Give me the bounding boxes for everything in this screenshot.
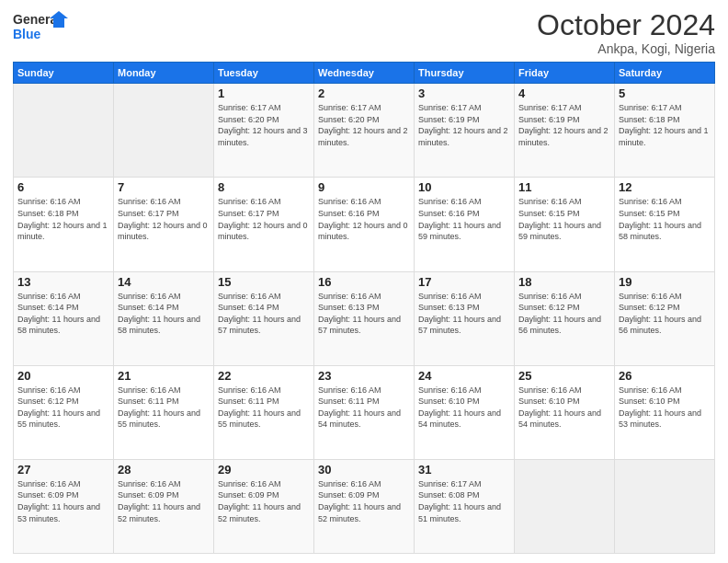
day-number: 21	[118, 369, 210, 383]
day-info: Sunrise: 6:16 AM Sunset: 6:18 PM Dayligh…	[17, 196, 109, 242]
day-info: Sunrise: 6:16 AM Sunset: 6:15 PM Dayligh…	[619, 196, 711, 242]
day-header-tuesday: Tuesday	[214, 63, 314, 84]
day-number: 12	[619, 180, 711, 194]
day-info: Sunrise: 6:16 AM Sunset: 6:14 PM Dayligh…	[17, 291, 109, 337]
day-header-friday: Friday	[515, 63, 615, 84]
day-cell	[615, 459, 715, 553]
day-cell: 3Sunrise: 6:17 AM Sunset: 6:19 PM Daylig…	[415, 84, 515, 178]
day-info: Sunrise: 6:16 AM Sunset: 6:09 PM Dayligh…	[318, 478, 410, 524]
day-info: Sunrise: 6:17 AM Sunset: 6:20 PM Dayligh…	[318, 102, 410, 148]
day-header-sunday: Sunday	[14, 63, 114, 84]
day-info: Sunrise: 6:17 AM Sunset: 6:08 PM Dayligh…	[418, 478, 510, 524]
day-cell: 30Sunrise: 6:16 AM Sunset: 6:09 PM Dayli…	[314, 459, 415, 553]
day-number: 26	[619, 369, 711, 383]
logo-svg: GeneralBlue	[13, 9, 68, 46]
day-info: Sunrise: 6:17 AM Sunset: 6:19 PM Dayligh…	[518, 102, 610, 148]
day-number: 27	[17, 463, 109, 477]
week-row-5: 27Sunrise: 6:16 AM Sunset: 6:09 PM Dayli…	[14, 459, 715, 553]
day-cell: 18Sunrise: 6:16 AM Sunset: 6:12 PM Dayli…	[515, 271, 615, 365]
day-info: Sunrise: 6:16 AM Sunset: 6:10 PM Dayligh…	[518, 385, 610, 431]
day-cell: 9Sunrise: 6:16 AM Sunset: 6:16 PM Daylig…	[314, 178, 415, 271]
month-title: October 2024	[537, 9, 715, 41]
day-cell: 22Sunrise: 6:16 AM Sunset: 6:11 PM Dayli…	[214, 365, 314, 459]
day-number: 7	[118, 180, 210, 194]
day-cell: 26Sunrise: 6:16 AM Sunset: 6:10 PM Dayli…	[615, 365, 715, 459]
calendar: SundayMondayTuesdayWednesdayThursdayFrid…	[13, 62, 715, 554]
day-info: Sunrise: 6:16 AM Sunset: 6:09 PM Dayligh…	[218, 478, 310, 524]
day-number: 28	[118, 463, 210, 477]
day-cell: 1Sunrise: 6:17 AM Sunset: 6:20 PM Daylig…	[214, 84, 314, 178]
logo: GeneralBlue	[13, 9, 68, 46]
day-info: Sunrise: 6:16 AM Sunset: 6:12 PM Dayligh…	[518, 291, 610, 337]
day-cell: 8Sunrise: 6:16 AM Sunset: 6:17 PM Daylig…	[214, 178, 314, 271]
day-cell: 27Sunrise: 6:16 AM Sunset: 6:09 PM Dayli…	[14, 459, 114, 553]
day-number: 11	[518, 180, 610, 194]
day-cell	[515, 459, 615, 553]
day-number: 10	[418, 180, 510, 194]
day-info: Sunrise: 6:17 AM Sunset: 6:18 PM Dayligh…	[619, 102, 711, 148]
day-info: Sunrise: 6:16 AM Sunset: 6:12 PM Dayligh…	[619, 291, 711, 337]
day-cell: 29Sunrise: 6:16 AM Sunset: 6:09 PM Dayli…	[214, 459, 314, 553]
day-number: 14	[118, 275, 210, 289]
day-header-saturday: Saturday	[615, 63, 715, 84]
day-number: 22	[218, 369, 310, 383]
day-cell: 12Sunrise: 6:16 AM Sunset: 6:15 PM Dayli…	[615, 178, 715, 271]
day-cell: 24Sunrise: 6:16 AM Sunset: 6:10 PM Dayli…	[415, 365, 515, 459]
day-cell	[14, 84, 114, 178]
day-cell: 10Sunrise: 6:16 AM Sunset: 6:16 PM Dayli…	[415, 178, 515, 271]
day-header-monday: Monday	[114, 63, 214, 84]
week-row-4: 20Sunrise: 6:16 AM Sunset: 6:12 PM Dayli…	[14, 365, 715, 459]
day-info: Sunrise: 6:17 AM Sunset: 6:19 PM Dayligh…	[418, 102, 510, 148]
day-cell	[114, 84, 214, 178]
day-info: Sunrise: 6:16 AM Sunset: 6:13 PM Dayligh…	[318, 291, 410, 337]
day-info: Sunrise: 6:16 AM Sunset: 6:10 PM Dayligh…	[418, 385, 510, 431]
day-cell: 7Sunrise: 6:16 AM Sunset: 6:17 PM Daylig…	[114, 178, 214, 271]
day-info: Sunrise: 6:16 AM Sunset: 6:17 PM Dayligh…	[218, 196, 310, 242]
day-number: 20	[17, 369, 109, 383]
day-cell: 6Sunrise: 6:16 AM Sunset: 6:18 PM Daylig…	[14, 178, 114, 271]
day-cell: 14Sunrise: 6:16 AM Sunset: 6:14 PM Dayli…	[114, 271, 214, 365]
day-info: Sunrise: 6:16 AM Sunset: 6:13 PM Dayligh…	[418, 291, 510, 337]
day-number: 1	[218, 86, 310, 100]
week-row-2: 6Sunrise: 6:16 AM Sunset: 6:18 PM Daylig…	[14, 178, 715, 271]
header-row: SundayMondayTuesdayWednesdayThursdayFrid…	[14, 63, 715, 84]
day-info: Sunrise: 6:16 AM Sunset: 6:16 PM Dayligh…	[418, 196, 510, 242]
page: GeneralBlue October 2024 Ankpa, Kogi, Ni…	[0, 0, 728, 563]
day-cell: 2Sunrise: 6:17 AM Sunset: 6:20 PM Daylig…	[314, 84, 415, 178]
day-number: 23	[318, 369, 410, 383]
day-cell: 25Sunrise: 6:16 AM Sunset: 6:10 PM Dayli…	[515, 365, 615, 459]
day-cell: 13Sunrise: 6:16 AM Sunset: 6:14 PM Dayli…	[14, 271, 114, 365]
day-number: 19	[619, 275, 711, 289]
day-info: Sunrise: 6:16 AM Sunset: 6:10 PM Dayligh…	[619, 385, 711, 431]
location: Ankpa, Kogi, Nigeria	[537, 41, 715, 56]
day-cell: 17Sunrise: 6:16 AM Sunset: 6:13 PM Dayli…	[415, 271, 515, 365]
day-number: 16	[318, 275, 410, 289]
day-number: 30	[318, 463, 410, 477]
day-number: 25	[518, 369, 610, 383]
svg-text:Blue: Blue	[13, 27, 41, 41]
day-header-wednesday: Wednesday	[314, 63, 415, 84]
day-info: Sunrise: 6:16 AM Sunset: 6:11 PM Dayligh…	[218, 385, 310, 431]
day-cell: 15Sunrise: 6:16 AM Sunset: 6:14 PM Dayli…	[214, 271, 314, 365]
day-number: 24	[418, 369, 510, 383]
week-row-1: 1Sunrise: 6:17 AM Sunset: 6:20 PM Daylig…	[14, 84, 715, 178]
day-cell: 11Sunrise: 6:16 AM Sunset: 6:15 PM Dayli…	[515, 178, 615, 271]
day-info: Sunrise: 6:16 AM Sunset: 6:17 PM Dayligh…	[118, 196, 210, 242]
day-number: 15	[218, 275, 310, 289]
day-number: 18	[518, 275, 610, 289]
week-row-3: 13Sunrise: 6:16 AM Sunset: 6:14 PM Dayli…	[14, 271, 715, 365]
day-header-thursday: Thursday	[415, 63, 515, 84]
day-info: Sunrise: 6:16 AM Sunset: 6:12 PM Dayligh…	[17, 385, 109, 431]
day-info: Sunrise: 6:16 AM Sunset: 6:09 PM Dayligh…	[17, 478, 109, 524]
day-cell: 5Sunrise: 6:17 AM Sunset: 6:18 PM Daylig…	[615, 84, 715, 178]
day-number: 31	[418, 463, 510, 477]
day-cell: 28Sunrise: 6:16 AM Sunset: 6:09 PM Dayli…	[114, 459, 214, 553]
day-number: 4	[518, 86, 610, 100]
day-cell: 23Sunrise: 6:16 AM Sunset: 6:11 PM Dayli…	[314, 365, 415, 459]
day-number: 9	[318, 180, 410, 194]
day-info: Sunrise: 6:16 AM Sunset: 6:14 PM Dayligh…	[218, 291, 310, 337]
title-block: October 2024 Ankpa, Kogi, Nigeria	[537, 9, 715, 56]
day-info: Sunrise: 6:17 AM Sunset: 6:20 PM Dayligh…	[218, 102, 310, 148]
day-cell: 31Sunrise: 6:17 AM Sunset: 6:08 PM Dayli…	[415, 459, 515, 553]
day-cell: 20Sunrise: 6:16 AM Sunset: 6:12 PM Dayli…	[14, 365, 114, 459]
